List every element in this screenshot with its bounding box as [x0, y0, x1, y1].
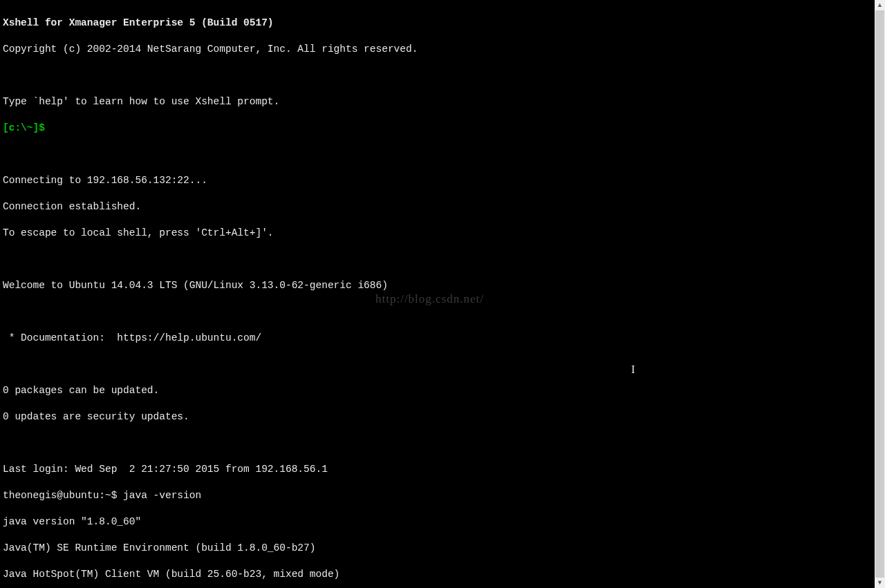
scroll-up-button[interactable]: ▲ — [875, 0, 885, 10]
java-version-line2: Java(TM) SE Runtime Environment (build 1… — [3, 542, 872, 555]
text-caret-icon: I — [631, 364, 635, 375]
command-java-version: java -version — [123, 490, 201, 501]
java-version-line1: java version "1.8.0_60" — [3, 515, 872, 529]
java-version-line3: Java HotSpot(TM) Client VM (build 25.60-… — [3, 568, 872, 581]
motd-welcome: Welcome to Ubuntu 14.04.3 LTS (GNU/Linux… — [3, 279, 872, 292]
connect-status: Connecting to 192.168.56.132:22... — [3, 174, 872, 187]
blank — [3, 148, 872, 161]
escape-hint: To escape to local shell, press 'Ctrl+Al… — [3, 227, 872, 240]
scroll-track[interactable] — [875, 10, 885, 578]
blank — [3, 69, 872, 82]
blank — [3, 253, 872, 266]
blank — [3, 305, 872, 319]
watermark-text: http://blog.csdn.net/ — [375, 292, 484, 305]
app-title: Xshell for Xmanager Enterprise 5 (Build … — [3, 17, 872, 30]
help-hint: Type `help' to learn how to use Xshell p… — [3, 95, 872, 108]
scroll-thumb[interactable] — [875, 10, 884, 578]
scroll-down-button[interactable]: ▼ — [875, 578, 885, 588]
last-login: Last login: Wed Sep 2 21:27:50 2015 from… — [3, 463, 872, 476]
local-prompt: [c:\~]$ — [3, 122, 45, 133]
copyright: Copyright (c) 2002-2014 NetSarang Comput… — [3, 43, 872, 56]
blank — [3, 358, 872, 371]
motd-pkg1: 0 packages can be updated. — [3, 384, 872, 397]
terminal-window[interactable]: Xshell for Xmanager Enterprise 5 (Build … — [0, 0, 875, 588]
blank — [3, 437, 872, 450]
shell-prompt: theonegis@ubuntu:~$ — [3, 490, 123, 501]
vertical-scrollbar[interactable]: ▲ ▼ — [875, 0, 885, 588]
connect-established: Connection established. — [3, 200, 872, 214]
motd-doc: * Documentation: https://help.ubuntu.com… — [3, 332, 872, 345]
motd-pkg2: 0 updates are security updates. — [3, 410, 872, 424]
